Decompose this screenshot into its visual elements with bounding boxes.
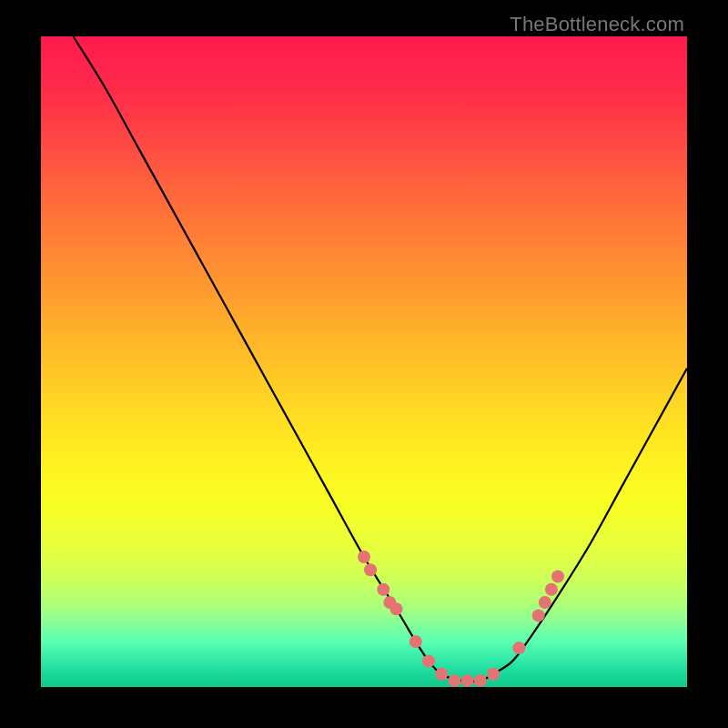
data-dot — [545, 583, 558, 596]
chart-container: TheBottleneck.com — [0, 0, 728, 728]
data-dot — [487, 668, 500, 681]
data-dot — [551, 571, 564, 583]
curve-svg — [41, 36, 687, 687]
plot-area — [41, 36, 687, 687]
data-dot — [358, 551, 370, 563]
data-dot — [364, 563, 377, 576]
data-dot — [539, 596, 551, 609]
data-dots — [358, 551, 564, 687]
data-dot — [532, 609, 545, 622]
data-dot — [410, 635, 422, 648]
data-dot — [474, 674, 487, 687]
data-dot — [512, 642, 525, 654]
data-dot — [390, 602, 403, 615]
data-dot — [448, 674, 460, 687]
watermark-text: TheBottleneck.com — [510, 13, 684, 36]
data-dot — [461, 674, 474, 687]
data-dot — [435, 668, 448, 681]
data-dot — [422, 654, 435, 667]
data-dot — [377, 583, 389, 596]
